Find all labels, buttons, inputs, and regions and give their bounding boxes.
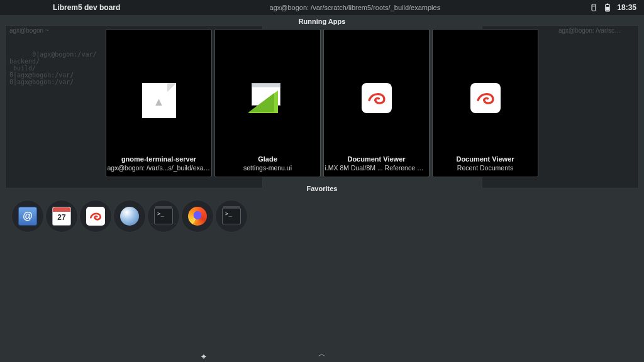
panel-title: Librem5 dev board <box>8 3 120 12</box>
favorites-row: @ 27 <box>0 200 248 233</box>
favorite-web[interactable] <box>113 200 146 233</box>
evince-icon <box>433 83 538 113</box>
favorite-contacts[interactable]: @ <box>11 200 44 233</box>
panel-status-area[interactable]: 18:35 <box>589 3 636 12</box>
running-apps-label: Running Apps <box>299 18 346 25</box>
running-app-document-viewer-1[interactable]: Document Viewer i.MX 8M Dual/8M ... Refe… <box>323 29 430 177</box>
favorite-terminal-1[interactable] <box>147 200 180 233</box>
calendar-icon: 27 <box>52 207 71 226</box>
panel-window-title: agx@bogon: /var/scratch/librem5/roots/_b… <box>120 4 589 11</box>
app-subtitle: agx@bogon: /var/s...s/_build/examples <box>108 164 211 172</box>
top-panel: Librem5 dev board agx@bogon: /var/scratc… <box>0 0 644 15</box>
glade-icon <box>215 83 320 113</box>
evince-icon <box>324 83 429 113</box>
overview-overlay: Running Apps ▲ gnome-terminal-server agx… <box>0 15 644 362</box>
app-title: gnome-terminal-server <box>121 155 196 163</box>
evince-icon <box>86 207 105 226</box>
favorite-firefox[interactable] <box>181 200 214 233</box>
svg-rect-3 <box>606 7 609 11</box>
favorite-terminal-2[interactable] <box>215 200 248 233</box>
app-title: Document Viewer <box>456 155 514 163</box>
drawer-handle[interactable]: ︿ <box>0 349 644 359</box>
terminal-icon <box>222 208 241 224</box>
rotation-lock-icon <box>589 3 598 12</box>
firefox-icon <box>188 207 207 226</box>
address-book-icon: @ <box>18 207 37 226</box>
favorite-calendar[interactable]: 27 <box>45 200 78 233</box>
running-apps-row: ▲ gnome-terminal-server agx@bogon: /var/… <box>106 29 538 177</box>
running-app-glade[interactable]: Glade settings-menu.ui <box>214 29 321 177</box>
app-title: Glade <box>258 155 277 163</box>
running-app-terminal[interactable]: ▲ gnome-terminal-server agx@bogon: /var/… <box>106 29 212 177</box>
mouse-cursor: ⌖ <box>201 351 206 362</box>
favorite-document-viewer[interactable] <box>79 200 112 233</box>
app-subtitle: settings-menu.ui <box>243 164 292 172</box>
file-icon: ▲ <box>106 83 211 118</box>
running-app-document-viewer-2[interactable]: Document Viewer Recent Documents <box>432 29 538 177</box>
terminal-icon <box>154 208 173 224</box>
app-subtitle: i.MX 8M Dual/8M ... Reference Manual <box>325 164 428 172</box>
clock: 18:35 <box>617 3 636 12</box>
activities-overview: agx@bogon ~ 0|agx@bogon:/var/ backend/ _… <box>0 15 644 362</box>
battery-icon <box>603 3 612 12</box>
svg-rect-0 <box>592 4 596 11</box>
svg-rect-2 <box>607 4 608 5</box>
favorites-label: Favorites <box>307 185 338 192</box>
globe-icon <box>120 207 139 226</box>
app-subtitle: Recent Documents <box>457 164 513 172</box>
app-title: Document Viewer <box>347 155 405 163</box>
